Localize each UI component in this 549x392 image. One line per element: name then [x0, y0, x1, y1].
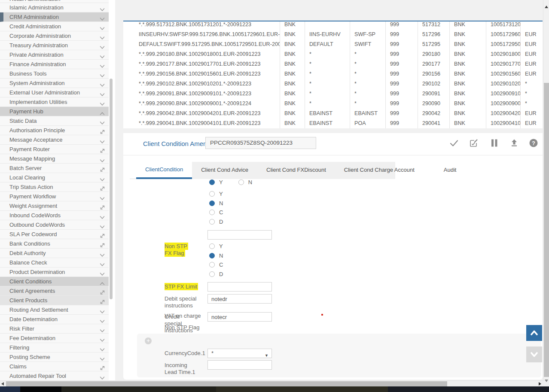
sidebar-item-client-agreements[interactable]: Client Agreements: [0, 286, 109, 296]
sidebar-item-claims[interactable]: Claims: [0, 362, 109, 371]
radio-button-y[interactable]: [209, 243, 215, 249]
sidebar-item-inbound-codewords[interactable]: Inbound CodeWords: [0, 211, 109, 220]
currency-code-select[interactable]: * ▼: [207, 349, 272, 358]
upload-icon[interactable]: [509, 138, 519, 148]
radio-button-n[interactable]: [209, 201, 215, 206]
sidebar-item-batch-server[interactable]: Batch Server: [0, 164, 109, 173]
approve-check-icon[interactable]: [449, 138, 459, 148]
chevron-down-icon: [100, 251, 105, 256]
sidebar-item-system-administration[interactable]: System Administration: [0, 79, 109, 88]
add-row-plus-icon[interactable]: +: [145, 337, 152, 344]
table-row[interactable]: *.*.999.290180.BNK.10029018001.EUR-20091…: [123, 49, 543, 59]
help-icon[interactable]: ?: [529, 138, 538, 148]
radio-button-c[interactable]: [209, 262, 215, 267]
tab-clientcondition[interactable]: ClientCondition: [136, 162, 192, 179]
radio-label: N: [219, 200, 223, 207]
sidebar-item-product-determination[interactable]: Product Determination: [0, 267, 109, 277]
sidebar-item-crm-administration[interactable]: CRM Administration: [0, 12, 109, 22]
sidebar-item-trip-status-action[interactable]: Trip Status Action: [0, 182, 109, 192]
sidebar-item-automated-repair-tool[interactable]: Automated Repair Tool: [0, 371, 109, 380]
sidebar-item-business-tools[interactable]: Business Tools: [0, 69, 109, 79]
radio-button-n[interactable]: [209, 253, 215, 258]
table-row[interactable]: *.*.999.290177.BNK.10029017701.EUR-20091…: [123, 59, 543, 69]
table-row[interactable]: *.*.999.290091.BNK.10029009101.*-2009122…: [123, 89, 543, 99]
table-row[interactable]: IINSEURHV.SWFSP.999.517296.BNK.100517296…: [123, 30, 543, 40]
sidebar-item-retail-administration[interactable]: Retail Administration: [0, 0, 109, 3]
radio-button-y[interactable]: [209, 191, 215, 197]
table-row[interactable]: *.*.999.517312.BNK.10051731201.*-2009122…: [123, 21, 543, 30]
sidebar-item-credit-administration[interactable]: Credit Administration: [0, 22, 109, 31]
vertical-scrollbar-thumb[interactable]: [544, 83, 549, 377]
tab-client-cond-charge-account[interactable]: Client Cond Charge Account: [335, 162, 424, 179]
launch-icon: [100, 128, 105, 133]
sidebar-item-date-determination[interactable]: Date Determination: [0, 315, 109, 324]
tab-client-cond-fxdiscount[interactable]: Client Cond FXDiscount: [257, 162, 335, 179]
credit-special-instructions-input[interactable]: [207, 312, 272, 322]
vertical-scrollbar[interactable]: [543, 0, 549, 386]
radio-button-d[interactable]: [209, 271, 215, 277]
sidebar-item-message-mapping[interactable]: Message Mapping: [0, 154, 109, 164]
pause-hold-icon[interactable]: [490, 138, 499, 148]
sidebar-item-filtering[interactable]: Filtering: [0, 343, 109, 352]
horizontal-scrollbar-thumb[interactable]: [6, 381, 447, 386]
scrollbar-right-arrow-icon[interactable]: [539, 382, 541, 386]
sidebar-item-payment-router[interactable]: Payment Router: [0, 145, 109, 154]
sidebar-item-private-administration[interactable]: Private Administration: [0, 50, 109, 60]
sidebar-item-external-user-administration[interactable]: External User Administration: [0, 88, 109, 97]
incoming-lead-time-input[interactable]: [207, 360, 272, 370]
stp-fx-limit-input[interactable]: [207, 282, 272, 292]
sidebar-item-fee-determination[interactable]: Fee Determination: [0, 334, 109, 343]
sidebar-item-client-products[interactable]: Client Products: [0, 296, 109, 305]
sidebar-item-client-conditions[interactable]: Client Conditions: [0, 277, 109, 286]
table-row[interactable]: *.*.999.290041.BNK.10029004101.EUR-20091…: [123, 119, 543, 128]
tab-client-cond-advice[interactable]: Client Cond Advice: [192, 162, 257, 179]
scrollbar-up-arrow-icon[interactable]: [545, 6, 548, 8]
table-cell: *: [350, 89, 386, 99]
table-cell: BNK: [450, 59, 486, 69]
scroll-to-top-button[interactable]: [526, 325, 542, 341]
table-row[interactable]: *.*.999.290090.BNK.10029009001.*-2009122…: [123, 99, 543, 109]
sidebar-item-corporate-administration[interactable]: Corporate Administration: [0, 31, 109, 41]
sidebar-item-payment-workflow[interactable]: Payment Workflow: [0, 192, 109, 201]
sidebar-item-outbound-codewords[interactable]: Outbound CodeWords: [0, 220, 109, 230]
radio-button-c[interactable]: [209, 210, 215, 215]
sidebar-item-bank-conditions[interactable]: Bank Conditions: [0, 239, 109, 249]
table-cell: 290041: [418, 119, 450, 128]
sidebar-item-static-data[interactable]: Static Data: [0, 116, 109, 126]
table-cell: BNK: [280, 79, 305, 89]
sidebar-item-risk-filter[interactable]: Risk Filter: [0, 324, 109, 334]
radio-button-y[interactable]: [209, 179, 215, 185]
sidebar-item-weight-assignment[interactable]: Weight Assignment: [0, 201, 109, 211]
stp-limit-input[interactable]: [207, 230, 272, 240]
scroll-to-bottom-button[interactable]: [526, 346, 542, 362]
sidebar-item-balance-check[interactable]: Balance Check: [0, 258, 109, 267]
radio-button-n[interactable]: [238, 179, 244, 185]
horizontal-scrollbar[interactable]: [0, 380, 544, 386]
launch-icon: [100, 185, 105, 190]
sidebar-item-implementation-utilities[interactable]: Implementation Utilities: [0, 97, 109, 107]
sidebar-item-message-acceptance[interactable]: Message Acceptance: [0, 135, 109, 145]
sidebar-item-debit-authority[interactable]: Debit Authority: [0, 249, 109, 258]
debit-special-instructions-input[interactable]: [207, 294, 272, 304]
tab-audit[interactable]: Audit: [435, 162, 466, 179]
table-row[interactable]: *.*.999.290102.BNK.10029010201.*-2009122…: [123, 79, 543, 89]
sidebar-item-authorisation-principle[interactable]: Authorisation Principle: [0, 126, 109, 135]
sidebar-item-finance-administration[interactable]: Finance Administration: [0, 60, 109, 69]
radio-button-d[interactable]: [209, 219, 215, 225]
scrollbar-left-arrow-icon[interactable]: [1, 382, 4, 386]
sidebar-item-posting-scheme[interactable]: Posting Scheme: [0, 352, 109, 362]
edit-note-icon[interactable]: [469, 138, 479, 148]
table-row[interactable]: *.*.999.290156.BNK.10029015601.EUR-20091…: [123, 69, 543, 79]
table-cell: EUR: [521, 49, 543, 59]
sidebar-item-sla-per-codeword[interactable]: SLA Per Codeword: [0, 230, 109, 239]
radio-label: D: [219, 271, 223, 277]
scrollbar-down-arrow-icon[interactable]: [545, 380, 548, 382]
table-row[interactable]: *.*.999.290042.BNK.10029004201.EUR-20091…: [123, 109, 543, 119]
table-row[interactable]: DEFAULT.SWIFT.999.517295.BNK.10051729501…: [123, 40, 543, 49]
sidebar-item-islamic-administration[interactable]: Islamic Administration: [0, 3, 109, 12]
sidebar-item-local-clearing[interactable]: Local Clearing: [0, 173, 109, 182]
sidebar-item-routing-and-settlement[interactable]: Routing And Settlement: [0, 305, 109, 315]
sidebar-item-payment-hub[interactable]: Payment Hub: [0, 107, 109, 116]
sidebar-scrollbar-thumb[interactable]: [110, 79, 113, 299]
sidebar-item-treasury-administration[interactable]: Treasury Administration: [0, 41, 109, 50]
